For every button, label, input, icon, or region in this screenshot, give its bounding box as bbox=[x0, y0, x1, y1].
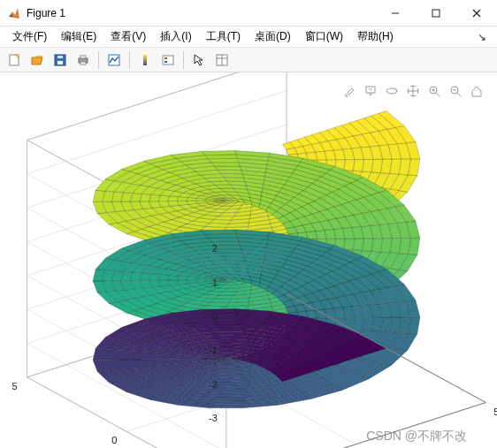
svg-marker-986 bbox=[218, 170, 242, 174]
svg-text:0: 0 bbox=[111, 435, 117, 445]
menubar-overflow-icon[interactable]: ↘ bbox=[472, 31, 492, 43]
menu-window[interactable]: 窗口(W) bbox=[298, 27, 350, 46]
maximize-button[interactable] bbox=[416, 0, 456, 27]
menu-help[interactable]: 帮助(H) bbox=[350, 27, 401, 46]
svg-marker-767 bbox=[168, 275, 179, 280]
edit-plot-button[interactable] bbox=[188, 49, 210, 71]
figure-canvas: -5-4-3-2-1012-505-505 CSDN @不牌不改 bbox=[0, 72, 497, 448]
svg-rect-7 bbox=[57, 61, 63, 65]
svg-marker-1128 bbox=[202, 151, 236, 156]
watermark-text: CSDN @不牌不改 bbox=[366, 429, 467, 444]
svg-line-46 bbox=[27, 72, 287, 140]
svg-marker-852 bbox=[344, 318, 355, 330]
svg-marker-1014 bbox=[214, 166, 241, 171]
svg-marker-1054 bbox=[211, 163, 241, 166]
svg-marker-281 bbox=[210, 404, 245, 407]
toolbar-separator bbox=[183, 51, 184, 69]
menubar: 文件(F) 编辑(E) 查看(V) 插入(I) 工具(T) 桌面(D) 窗口(W… bbox=[0, 27, 497, 48]
svg-marker-1026 bbox=[158, 353, 169, 360]
insert-colorbar-button[interactable] bbox=[134, 49, 156, 71]
svg-marker-1249 bbox=[205, 233, 238, 238]
svg-marker-850 bbox=[353, 317, 363, 330]
svg-marker-304 bbox=[344, 160, 355, 171]
svg-marker-1104 bbox=[205, 155, 238, 159]
svg-text:-2: -2 bbox=[209, 379, 218, 390]
window-title: Figure 1 bbox=[27, 7, 375, 19]
svg-marker-896 bbox=[307, 310, 317, 318]
toolbar-separator bbox=[98, 51, 99, 69]
svg-marker-565 bbox=[353, 239, 363, 251]
minimize-button[interactable] bbox=[375, 0, 416, 27]
svg-rect-10 bbox=[80, 56, 86, 58]
toolbar bbox=[0, 48, 497, 72]
titlebar: Figure 1 bbox=[0, 0, 497, 27]
svg-marker-486 bbox=[158, 195, 169, 201]
svg-marker-561 bbox=[363, 239, 374, 252]
svg-marker-348 bbox=[216, 397, 247, 401]
svg-marker-954 bbox=[220, 173, 243, 178]
svg-text:1: 1 bbox=[212, 277, 218, 288]
svg-marker-614 bbox=[307, 232, 317, 239]
svg-marker-1264 bbox=[202, 230, 236, 234]
svg-marker-567 bbox=[344, 239, 355, 250]
svg-rect-8 bbox=[57, 56, 63, 58]
close-button[interactable] bbox=[456, 0, 497, 27]
svg-rect-1 bbox=[432, 10, 440, 17]
svg-text:0: 0 bbox=[212, 311, 218, 322]
matlab-logo-icon bbox=[7, 6, 21, 20]
svg-marker-1194 bbox=[214, 246, 241, 249]
menu-tools[interactable]: 工具(T) bbox=[199, 27, 248, 46]
svg-marker-846 bbox=[363, 317, 374, 330]
toolbar-separator bbox=[129, 51, 130, 69]
svg-marker-1173 bbox=[218, 249, 242, 254]
svg-marker-482 bbox=[168, 196, 179, 201]
svg-text:5: 5 bbox=[493, 406, 497, 417]
svg-text:5: 5 bbox=[12, 381, 18, 391]
insert-legend-button[interactable] bbox=[157, 49, 179, 71]
svg-marker-1315 bbox=[205, 313, 238, 317]
svg-text:-3: -3 bbox=[209, 413, 218, 423]
svg-rect-14 bbox=[163, 56, 173, 65]
svg-marker-298 bbox=[363, 159, 374, 172]
svg-marker-1276 bbox=[220, 331, 243, 336]
svg-marker-1286 bbox=[218, 328, 242, 332]
svg-marker-320 bbox=[213, 400, 246, 405]
menu-insert[interactable]: 插入(I) bbox=[153, 27, 198, 46]
print-button[interactable] bbox=[73, 49, 94, 71]
svg-rect-13 bbox=[143, 55, 147, 65]
svg-marker-1079 bbox=[208, 158, 239, 163]
open-property-inspector-button[interactable] bbox=[211, 49, 233, 71]
menu-desktop[interactable]: 桌面(D) bbox=[248, 27, 298, 46]
link-plot-button[interactable] bbox=[103, 49, 125, 71]
menu-file[interactable]: 文件(F) bbox=[5, 27, 54, 46]
new-figure-button[interactable] bbox=[4, 49, 25, 71]
svg-marker-1025 bbox=[168, 354, 179, 360]
svg-marker-1233 bbox=[208, 238, 239, 242]
svg-marker-345 bbox=[307, 152, 317, 160]
svg-marker-1152 bbox=[220, 253, 243, 257]
svg-marker-1319 bbox=[202, 309, 236, 314]
svg-text:2: 2 bbox=[212, 243, 218, 254]
menu-edit[interactable]: 编辑(E) bbox=[54, 27, 103, 46]
svg-marker-302 bbox=[353, 159, 363, 171]
svg-rect-11 bbox=[80, 62, 86, 65]
svg-line-61 bbox=[27, 72, 287, 140]
open-button[interactable] bbox=[27, 49, 48, 71]
svg-marker-769 bbox=[158, 275, 169, 281]
svg-marker-1294 bbox=[214, 324, 241, 328]
save-button[interactable] bbox=[50, 49, 71, 71]
svg-text:-1: -1 bbox=[209, 345, 218, 355]
axes-3d[interactable]: -5-4-3-2-1012-505-505 bbox=[0, 72, 497, 448]
menu-view[interactable]: 查看(V) bbox=[103, 27, 153, 46]
